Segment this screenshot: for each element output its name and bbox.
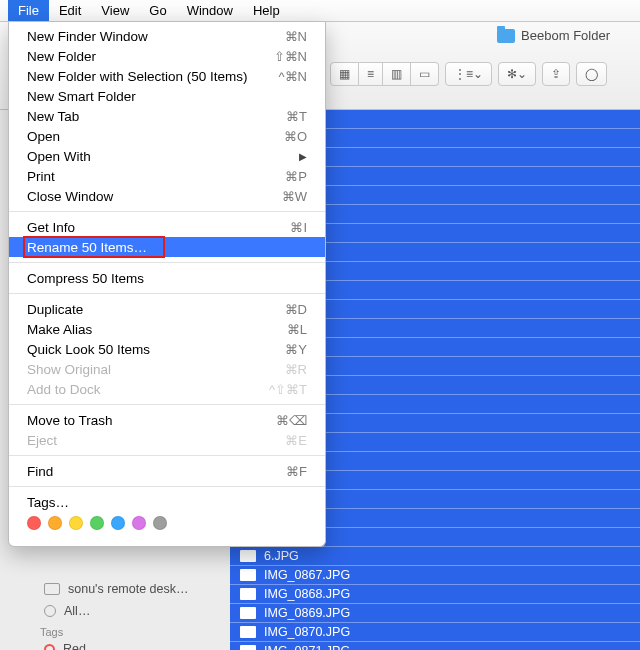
menu-item-label: Quick Look 50 Items: [27, 342, 285, 357]
menu-item-eject: Eject⌘E: [9, 430, 325, 450]
menu-item-quick-look-50-items[interactable]: Quick Look 50 Items⌘Y: [9, 339, 325, 359]
menu-item-open-with[interactable]: Open With▶: [9, 146, 325, 166]
menu-item-shortcut: ⌘I: [290, 220, 307, 235]
sidebar-item-remote[interactable]: sonu's remote desk…: [18, 578, 223, 600]
window-title: Beebom Folder: [521, 28, 610, 43]
file-row[interactable]: IMG_0871.JPG: [230, 642, 640, 650]
menu-item-shortcut: ⇧⌘N: [274, 49, 307, 64]
menu-edit[interactable]: Edit: [49, 0, 91, 21]
tags-button[interactable]: ◯: [576, 62, 607, 86]
view-icons-button[interactable]: ▦: [330, 62, 359, 86]
menu-item-label: Duplicate: [27, 302, 285, 317]
menu-item-shortcut: ⌘E: [285, 433, 307, 448]
arrange-button[interactable]: ⋮≡ ⌄: [445, 62, 492, 86]
menu-file[interactable]: File: [8, 0, 49, 21]
action-button[interactable]: ✻ ⌄: [498, 62, 536, 86]
menu-window[interactable]: Window: [177, 0, 243, 21]
view-list-button[interactable]: ≡: [359, 62, 383, 86]
menu-item-close-window[interactable]: Close Window⌘W: [9, 186, 325, 206]
menu-separator: [9, 211, 325, 212]
menu-item-tags[interactable]: Tags…: [9, 492, 325, 512]
menu-item-move-to-trash[interactable]: Move to Trash⌘⌫: [9, 410, 325, 430]
sidebar-tags-header: Tags: [18, 626, 223, 638]
menu-item-find[interactable]: Find⌘F: [9, 461, 325, 481]
tag-color-dot[interactable]: [132, 516, 146, 530]
tag-color-dot[interactable]: [69, 516, 83, 530]
menu-item-shortcut: ⌘F: [286, 464, 307, 479]
file-row[interactable]: IMG_0870.JPG: [230, 623, 640, 642]
window-titlebar: Beebom Folder: [497, 28, 610, 43]
menu-item-show-original: Show Original⌘R: [9, 359, 325, 379]
menu-item-get-info[interactable]: Get Info⌘I: [9, 217, 325, 237]
menu-item-shortcut: ⌘W: [282, 189, 307, 204]
menu-go[interactable]: Go: [139, 0, 176, 21]
menu-view[interactable]: View: [91, 0, 139, 21]
view-mode-segmented[interactable]: ▦ ≡ ▥ ▭: [330, 62, 439, 86]
menu-item-shortcut: ⌘O: [284, 129, 307, 144]
file-row[interactable]: IMG_0869.JPG: [230, 604, 640, 623]
display-icon: [44, 583, 60, 595]
tag-color-dot[interactable]: [90, 516, 104, 530]
menu-item-label: New Tab: [27, 109, 286, 124]
menu-item-new-folder[interactable]: New Folder⇧⌘N: [9, 46, 325, 66]
menu-item-label: New Smart Folder: [27, 89, 307, 104]
menu-help[interactable]: Help: [243, 0, 290, 21]
file-name-label: IMG_0869.JPG: [264, 606, 350, 620]
menu-item-add-to-dock: Add to Dock^⇧⌘T: [9, 379, 325, 399]
menu-item-new-finder-window[interactable]: New Finder Window⌘N: [9, 26, 325, 46]
file-name-label: IMG_0868.JPG: [264, 587, 350, 601]
menu-item-label: Get Info: [27, 220, 290, 235]
menu-separator: [9, 293, 325, 294]
menu-item-label: New Finder Window: [27, 29, 285, 44]
menu-item-print[interactable]: Print⌘P: [9, 166, 325, 186]
file-thumbnail-icon: [240, 569, 256, 581]
tag-color-dot[interactable]: [48, 516, 62, 530]
menu-separator: [9, 262, 325, 263]
globe-icon: [44, 605, 56, 617]
sidebar-tag-red[interactable]: Red: [18, 638, 223, 650]
menu-item-shortcut: ^⌘N: [279, 69, 308, 84]
tag-color-dot[interactable]: [153, 516, 167, 530]
menu-item-label: Print: [27, 169, 285, 184]
menu-item-shortcut: ^⇧⌘T: [269, 382, 307, 397]
menu-item-label: Make Alias: [27, 322, 287, 337]
file-name-label: IMG_0867.JPG: [264, 568, 350, 582]
menu-separator: [9, 486, 325, 487]
file-name-label: 6.JPG: [264, 549, 299, 563]
tag-color-dot[interactable]: [27, 516, 41, 530]
file-row[interactable]: IMG_0867.JPG: [230, 566, 640, 585]
share-button[interactable]: ⇪: [542, 62, 570, 86]
menu-item-compress-50-items[interactable]: Compress 50 Items: [9, 268, 325, 288]
menu-item-label: Open With: [27, 149, 299, 164]
menu-item-shortcut: ⌘R: [285, 362, 307, 377]
menu-item-label: Eject: [27, 433, 285, 448]
menu-item-duplicate[interactable]: Duplicate⌘D: [9, 299, 325, 319]
menu-item-label: Rename 50 Items…: [27, 240, 307, 255]
sidebar-item-label: sonu's remote desk…: [68, 582, 189, 596]
menu-item-shortcut: ⌘P: [285, 169, 307, 184]
menu-separator: [9, 455, 325, 456]
menu-item-rename-50-items[interactable]: Rename 50 Items…: [9, 237, 325, 257]
menu-item-label: Add to Dock: [27, 382, 269, 397]
file-thumbnail-icon: [240, 588, 256, 600]
file-name-label: IMG_0870.JPG: [264, 625, 350, 639]
menu-item-make-alias[interactable]: Make Alias⌘L: [9, 319, 325, 339]
menu-item-label: Tags…: [27, 495, 307, 510]
view-columns-button[interactable]: ▥: [383, 62, 411, 86]
folder-icon: [497, 29, 515, 43]
menu-item-open[interactable]: Open⌘O: [9, 126, 325, 146]
file-name-label: IMG_0871.JPG: [264, 644, 350, 650]
menu-item-new-tab[interactable]: New Tab⌘T: [9, 106, 325, 126]
file-row[interactable]: IMG_0868.JPG: [230, 585, 640, 604]
view-gallery-button[interactable]: ▭: [411, 62, 439, 86]
tag-color-dot[interactable]: [111, 516, 125, 530]
file-thumbnail-icon: [240, 607, 256, 619]
menu-item-new-folder-with-selection-50-items[interactable]: New Folder with Selection (50 Items)^⌘N: [9, 66, 325, 86]
sidebar-item-all[interactable]: All…: [18, 600, 223, 622]
file-row[interactable]: 6.JPG: [230, 547, 640, 566]
menubar: File Edit View Go Window Help: [0, 0, 640, 22]
tag-color-row: [9, 512, 325, 536]
menu-item-new-smart-folder[interactable]: New Smart Folder: [9, 86, 325, 106]
red-tag-icon: [44, 644, 55, 651]
menu-separator: [9, 404, 325, 405]
